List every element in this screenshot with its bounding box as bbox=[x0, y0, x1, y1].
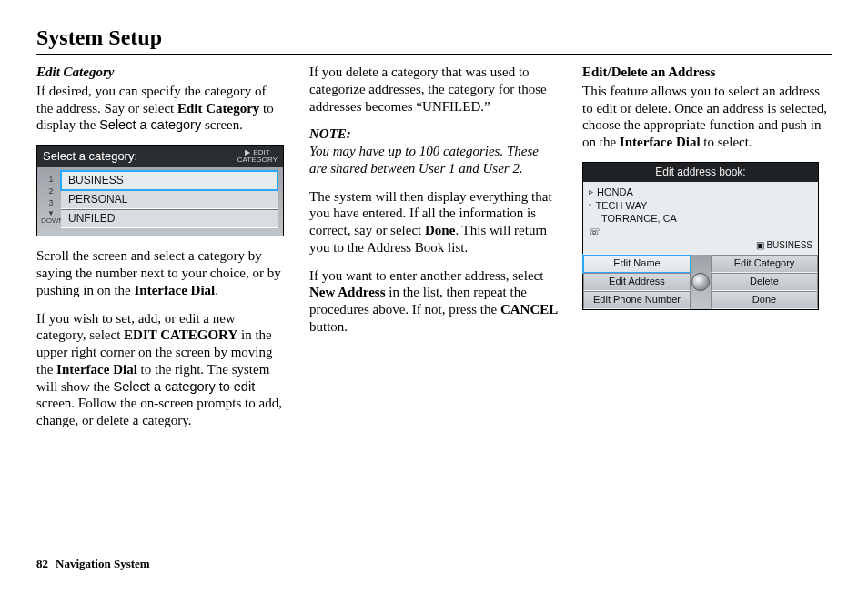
text: to select. bbox=[701, 135, 752, 149]
screenshot-edit-address-book: Edit address book: ▹HONDA ▫TECH WAY TORR… bbox=[582, 162, 819, 310]
address-city: TORRANCE, CA bbox=[601, 212, 677, 226]
map-icon: ▫ bbox=[589, 199, 592, 212]
bold-interface-dial-2: Interface Dial bbox=[56, 362, 137, 377]
address-category: BUSINESS bbox=[766, 239, 812, 252]
action-button-grid: Edit Name Edit Category Edit Address Del… bbox=[583, 255, 818, 309]
shot2-title: Edit address book: bbox=[583, 163, 818, 182]
category-item-unfiled[interactable]: UNFILED bbox=[61, 209, 278, 228]
text: screen. Follow the on-screen prompts to … bbox=[36, 396, 282, 427]
phone-icon: ☏ bbox=[589, 226, 601, 238]
page-number: 82 bbox=[36, 557, 48, 570]
bold-new-address: New Address bbox=[309, 285, 385, 299]
shot1-title: Select a category: bbox=[43, 149, 137, 164]
edit-name-button[interactable]: Edit Name bbox=[583, 255, 691, 273]
screenshot-select-category: Select a category: ▶EDIT CATEGORY 1 2 3 … bbox=[36, 145, 284, 236]
page-title: System Setup bbox=[36, 25, 832, 50]
shot1-body: 1 2 3 ▼ DOWN BUSINESS PERSONAL UNFILED bbox=[37, 167, 283, 236]
row-number-2: 2 bbox=[41, 186, 61, 196]
note-label: NOTE: bbox=[309, 126, 559, 143]
column-3: Edit/Delete an Address This feature allo… bbox=[582, 64, 832, 440]
bold-cancel: CANCEL bbox=[500, 302, 558, 317]
col3-para1: This feature allows you to select an add… bbox=[582, 83, 832, 151]
edit-category-heading: Edit Category bbox=[36, 64, 286, 81]
row-number-3: 3 bbox=[41, 198, 61, 208]
dial-icon bbox=[691, 273, 710, 291]
text: screen. bbox=[201, 117, 243, 132]
content-columns: Edit Category If desired, you can specif… bbox=[36, 64, 832, 440]
column-1: Edit Category If desired, you can specif… bbox=[36, 64, 286, 440]
col2-para1: If you delete a category that was used t… bbox=[309, 64, 559, 115]
bold-done: Done bbox=[425, 223, 455, 237]
ui-term-select-category-edit: Select a category to edit bbox=[114, 379, 256, 394]
address-info-panel: ▹HONDA ▫TECH WAY TORRANCE, CA ☏ ▣BUSINES… bbox=[583, 182, 818, 255]
col2-para3: If you want to enter another address, se… bbox=[309, 267, 559, 336]
address-name: HONDA bbox=[597, 186, 633, 199]
footer-text: Navigation System bbox=[56, 557, 150, 570]
text: If you want to enter another address, se… bbox=[309, 268, 543, 283]
category-item-business[interactable]: BUSINESS bbox=[61, 171, 278, 190]
category-item-personal[interactable]: PERSONAL bbox=[61, 190, 278, 209]
col2-para2: The system will then display everything … bbox=[309, 188, 559, 256]
row-number-1: 1 bbox=[41, 175, 61, 185]
edit-phone-button[interactable]: Edit Phone Number bbox=[583, 291, 691, 309]
edit-category-button[interactable]: ▶EDIT CATEGORY bbox=[237, 149, 278, 164]
address-street: TECH WAY bbox=[596, 199, 648, 213]
title-rule bbox=[36, 54, 832, 55]
col1-para3: If you wish to set, add, or edit a new c… bbox=[36, 310, 286, 429]
edit-delete-heading: Edit/Delete an Address bbox=[582, 65, 715, 79]
bold-interface-dial-3: Interface Dial bbox=[620, 135, 701, 149]
done-button[interactable]: Done bbox=[711, 291, 818, 309]
text: button. bbox=[309, 319, 348, 334]
scroll-down-button[interactable]: ▼ DOWN bbox=[41, 210, 61, 225]
column-2: If you delete a category that was used t… bbox=[309, 64, 559, 440]
shot1-header: Select a category: ▶EDIT CATEGORY bbox=[37, 146, 283, 167]
text: . bbox=[215, 283, 218, 297]
category-list: BUSINESS PERSONAL UNFILED bbox=[61, 171, 278, 228]
delete-button[interactable]: Delete bbox=[711, 273, 818, 291]
category-icon: ▣ bbox=[756, 239, 764, 252]
col1-para2: Scroll the screen and select a category … bbox=[36, 247, 286, 298]
col1-para1: If desired, you can specify the category… bbox=[36, 83, 286, 134]
number-column: 1 2 3 ▼ DOWN bbox=[41, 171, 61, 228]
marker-icon: ▹ bbox=[589, 186, 593, 198]
page-footer: 82Navigation System bbox=[36, 557, 150, 571]
bold-edit-category: Edit Category bbox=[177, 101, 259, 116]
interface-dial[interactable] bbox=[691, 255, 711, 309]
edit-category-button-2[interactable]: Edit Category bbox=[711, 255, 818, 273]
note-body: You may have up to 100 categories. These… bbox=[309, 143, 559, 177]
bold-edit-category-caps: EDIT CATEGORY bbox=[124, 327, 237, 342]
bold-interface-dial: Interface Dial bbox=[135, 283, 216, 297]
ui-term-select-category: Select a category bbox=[99, 117, 201, 132]
edit-address-button[interactable]: Edit Address bbox=[583, 273, 691, 291]
label: CATEGORY bbox=[237, 156, 278, 164]
